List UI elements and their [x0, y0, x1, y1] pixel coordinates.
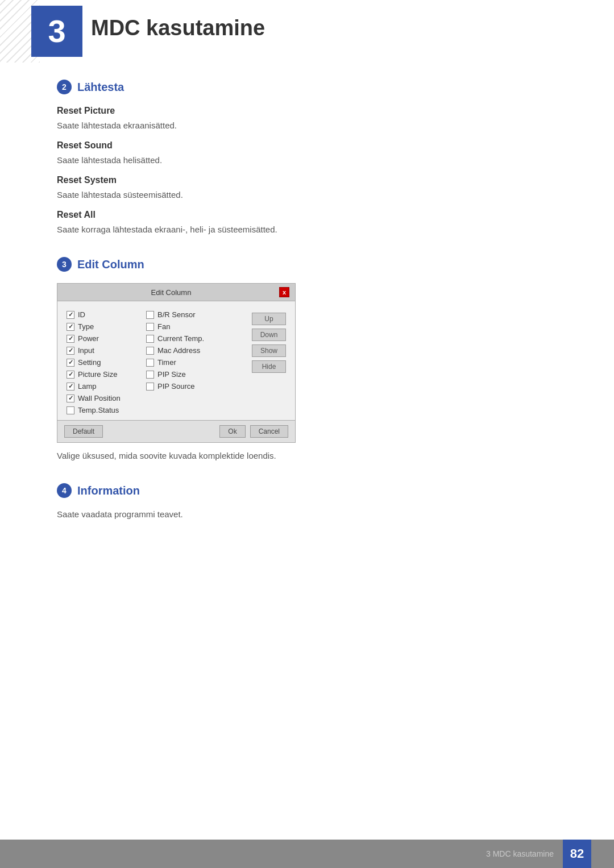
checkbox-wall-position-label: Wall Position: [78, 394, 121, 402]
checkbox-temp-status-input[interactable]: [67, 406, 74, 414]
checkbox-input-input[interactable]: [67, 347, 74, 355]
cancel-button[interactable]: Cancel: [250, 425, 288, 438]
checkbox-pip-source-label: PIP Source: [157, 382, 195, 391]
checkbox-pip-source-input[interactable]: [146, 383, 154, 391]
reset-system-text: Saate lähtestada süsteemisätted.: [57, 190, 580, 200]
section4-text: Saate vaadata programmi teavet.: [57, 509, 580, 519]
dialog-left-column: ID Type Power Input: [67, 310, 135, 414]
section4-number: 4: [57, 483, 72, 498]
close-icon: x: [283, 289, 286, 296]
checkbox-type-label: Type: [78, 322, 94, 331]
checkbox-temp-status[interactable]: Temp.Status: [67, 406, 135, 414]
checkbox-lamp-label: Lamp: [78, 382, 97, 391]
checkbox-id-input[interactable]: [67, 311, 74, 319]
checkbox-id-label: ID: [78, 310, 85, 319]
checkbox-current-temp-label: Current Temp.: [157, 334, 204, 343]
edit-column-caption: Valige üksused, mida soovite kuvada komp…: [57, 451, 580, 460]
hide-button[interactable]: Hide: [252, 360, 286, 373]
checkbox-power-input[interactable]: [67, 335, 74, 343]
checkbox-current-temp-input[interactable]: [146, 335, 154, 343]
default-button[interactable]: Default: [64, 425, 103, 438]
checkbox-wall-position[interactable]: Wall Position: [67, 394, 135, 402]
page-footer: 3 MDC kasutamine 82: [0, 840, 614, 868]
subsection-reset-all: Reset All Saate korraga lähtestada ekraa…: [57, 210, 580, 234]
checkbox-timer[interactable]: Timer: [146, 358, 214, 367]
section4-header: 4 Information: [57, 483, 580, 498]
checkbox-power[interactable]: Power: [67, 334, 135, 343]
down-button[interactable]: Down: [252, 329, 286, 341]
checkbox-temp-status-label: Temp.Status: [78, 406, 119, 414]
checkbox-lamp-input[interactable]: [67, 383, 74, 391]
checkbox-fan[interactable]: Fan: [146, 322, 214, 331]
subsection-reset-sound: Reset Sound Saate lähtestada helisätted.: [57, 140, 580, 165]
checkbox-br-sensor-input[interactable]: [146, 311, 154, 319]
section4-title: Information: [77, 484, 140, 497]
checkbox-fan-label: Fan: [157, 322, 170, 331]
reset-picture-text: Saate lähtestada ekraanisätted.: [57, 121, 580, 130]
dialog-right-column: B/R Sensor Fan Current Temp. Mac Ad: [146, 310, 214, 414]
checkbox-setting-input[interactable]: [67, 359, 74, 367]
section2-title: Lähtesta: [77, 81, 124, 94]
checkbox-wall-position-input[interactable]: [67, 394, 74, 402]
checkbox-br-sensor[interactable]: B/R Sensor: [146, 310, 214, 319]
dialog-close-button[interactable]: x: [279, 287, 289, 297]
reset-picture-title: Reset Picture: [57, 106, 580, 116]
checkbox-input[interactable]: Input: [67, 346, 135, 355]
header-bar: 3 MDC kasutamine: [0, 0, 614, 63]
checkbox-id[interactable]: ID: [67, 310, 135, 319]
dialog-footer-right-buttons: Ok Cancel: [219, 425, 288, 438]
chapter-number: 3: [48, 15, 65, 47]
show-button[interactable]: Show: [252, 344, 286, 357]
footer-text: 3 MDC kasutamine: [486, 849, 554, 858]
chapter-title: MDC kasutamine: [91, 16, 265, 40]
edit-column-dialog: Edit Column x ID Type: [57, 283, 296, 443]
checkbox-timer-input[interactable]: [146, 359, 154, 367]
reset-all-title: Reset All: [57, 210, 580, 220]
reset-sound-title: Reset Sound: [57, 140, 580, 151]
checkbox-fan-input[interactable]: [146, 323, 154, 331]
dialog-footer: Default Ok Cancel: [57, 420, 295, 442]
checkbox-pip-size-input[interactable]: [146, 371, 154, 379]
checkbox-br-sensor-label: B/R Sensor: [157, 310, 195, 319]
checkbox-input-label: Input: [78, 346, 94, 355]
checkbox-current-temp[interactable]: Current Temp.: [146, 334, 214, 343]
checkbox-timer-label: Timer: [157, 358, 176, 367]
subsection-reset-picture: Reset Picture Saate lähtestada ekraanisä…: [57, 106, 580, 130]
checkbox-picture-size[interactable]: Picture Size: [67, 370, 135, 379]
checkbox-setting-label: Setting: [78, 358, 101, 367]
section3-header: 3 Edit Column: [57, 257, 580, 272]
reset-system-title: Reset System: [57, 175, 580, 185]
dialog-title-text: Edit Column: [63, 288, 279, 297]
dialog-columns: ID Type Power Input: [67, 310, 246, 414]
page-number: 82: [563, 840, 591, 868]
reset-all-text: Saate korraga lähtestada ekraani-, heli-…: [57, 225, 580, 234]
reset-sound-text: Saate lähtestada helisätted.: [57, 155, 580, 165]
checkbox-type[interactable]: Type: [67, 322, 135, 331]
section2-number: 2: [57, 80, 72, 94]
main-content: 2 Lähtesta Reset Picture Saate lähtestad…: [57, 80, 580, 834]
section3-number: 3: [57, 257, 72, 272]
dialog-side-buttons: Up Down Show Hide: [252, 310, 286, 414]
checkbox-mac-address-label: Mac Address: [157, 346, 200, 355]
checkbox-mac-address[interactable]: Mac Address: [146, 346, 214, 355]
checkbox-picture-size-label: Picture Size: [78, 370, 117, 379]
checkbox-setting[interactable]: Setting: [67, 358, 135, 367]
section-lahtesta: 2 Lähtesta Reset Picture Saate lähtestad…: [57, 80, 580, 234]
checkbox-pip-size[interactable]: PIP Size: [146, 370, 214, 379]
checkbox-picture-size-input[interactable]: [67, 371, 74, 379]
section2-header: 2 Lähtesta: [57, 80, 580, 94]
checkbox-pip-size-label: PIP Size: [157, 370, 186, 379]
checkbox-power-label: Power: [78, 334, 99, 343]
up-button[interactable]: Up: [252, 313, 286, 325]
section-information: 4 Information Saate vaadata programmi te…: [57, 483, 580, 519]
subsection-reset-system: Reset System Saate lähtestada süsteemisä…: [57, 175, 580, 200]
section3-title: Edit Column: [77, 258, 144, 271]
ok-button[interactable]: Ok: [219, 425, 245, 438]
chapter-number-box: 3: [31, 6, 82, 57]
checkbox-type-input[interactable]: [67, 323, 74, 331]
dialog-body: ID Type Power Input: [57, 301, 295, 420]
checkbox-mac-address-input[interactable]: [146, 347, 154, 355]
checkbox-pip-source[interactable]: PIP Source: [146, 382, 214, 391]
checkbox-lamp[interactable]: Lamp: [67, 382, 135, 391]
section-edit-column: 3 Edit Column Edit Column x ID: [57, 257, 580, 460]
